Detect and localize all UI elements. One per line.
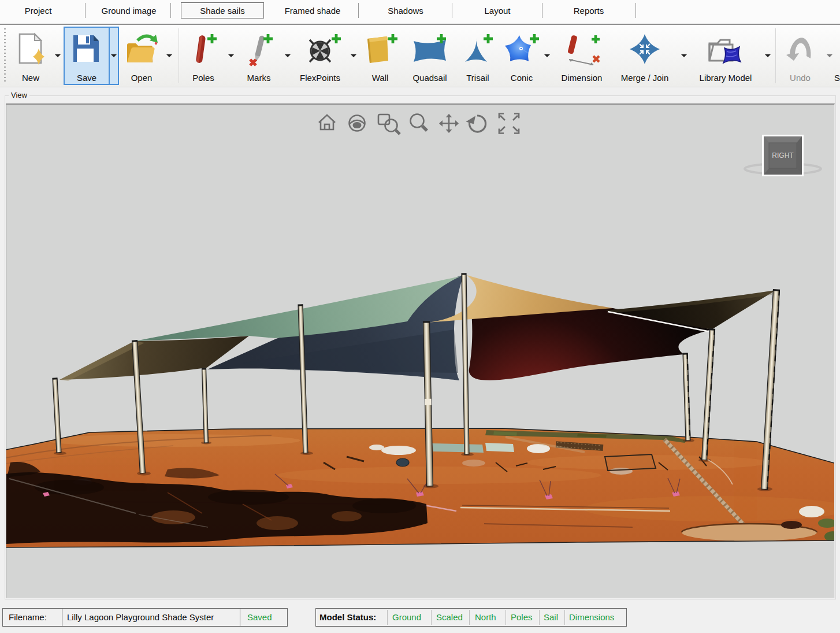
svg-text:RIGHT: RIGHT bbox=[772, 151, 794, 160]
